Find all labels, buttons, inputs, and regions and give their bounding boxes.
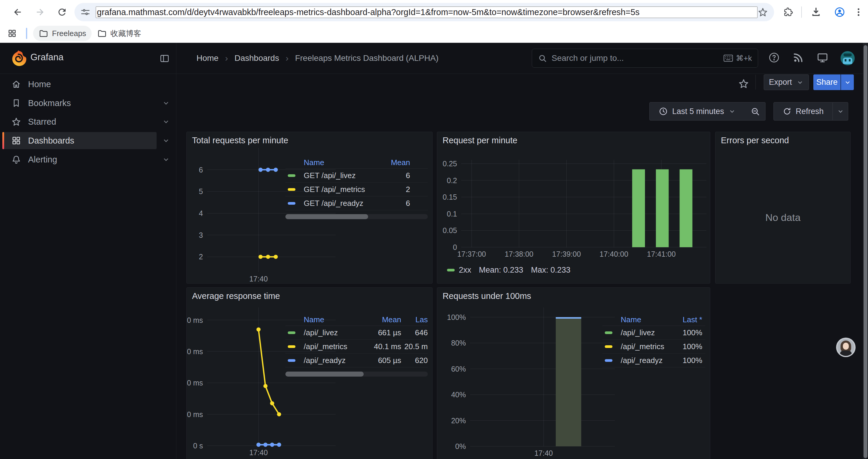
legend-value: 100%: [667, 342, 702, 351]
url-input[interactable]: [96, 6, 757, 18]
legend-row[interactable]: /api/_metrics40.1 ms20.5 m: [285, 340, 428, 354]
star-icon: [738, 78, 749, 89]
chevron-down-icon[interactable]: [162, 136, 170, 145]
time-range-picker[interactable]: Last 5 minutes: [649, 102, 745, 121]
apps-grid-button[interactable]: [4, 25, 20, 41]
back-button[interactable]: [9, 3, 27, 21]
legend-header: NameLast *: [602, 314, 705, 326]
bookmarks-separator: [26, 28, 27, 39]
refresh-interval-button[interactable]: [833, 102, 848, 121]
sidebar-item-label: Starred: [28, 117, 56, 127]
news-button[interactable]: [793, 52, 804, 64]
breadcrumb-dashboards[interactable]: Dashboards: [235, 54, 279, 63]
legend-row[interactable]: GET /api/_livez6: [285, 169, 428, 183]
panel-request-per-minute: Request per minute 0.250.20.150.10.05017…: [437, 132, 710, 284]
chevron-down-icon[interactable]: [162, 155, 170, 164]
kebab-menu-icon: [854, 7, 864, 17]
breadcrumb-home[interactable]: Home: [196, 54, 219, 63]
share-label: Share: [816, 78, 838, 87]
share-menu-button[interactable]: [841, 74, 854, 90]
star-dashboard-button[interactable]: [735, 75, 752, 93]
bookmark-folder-freeleaps[interactable]: Freeleaps: [33, 26, 92, 41]
chevron-down-icon[interactable]: [162, 118, 170, 126]
svg-text:17:38:00: 17:38:00: [505, 250, 533, 258]
home-icon: [11, 79, 21, 89]
zoom-out-time-button[interactable]: [745, 102, 766, 121]
legend-table: NameMeanLas/api/_livez661 µs646/api/_met…: [285, 314, 428, 367]
legend-row[interactable]: GET /api/_readyz6: [285, 196, 428, 210]
svg-text:20%: 20%: [451, 417, 466, 425]
legend-column-las[interactable]: Las: [401, 315, 428, 324]
scrollbar-thumb[interactable]: [285, 214, 368, 219]
legend-row[interactable]: /api/_readyz100%: [602, 354, 705, 367]
sidebar-item-bookmarks[interactable]: Bookmarks: [2, 95, 157, 112]
legend-column-name[interactable]: Name: [304, 315, 360, 324]
sidebar-item-dashboards[interactable]: Dashboards: [2, 132, 157, 149]
profile-button[interactable]: [831, 3, 848, 21]
forward-button[interactable]: [31, 3, 49, 21]
sidebar-item-alerting[interactable]: Alerting: [2, 151, 157, 168]
grafana-logo[interactable]: [9, 49, 28, 68]
legend-scrollbar[interactable]: [285, 371, 428, 376]
scrollbar-thumb[interactable]: [864, 45, 867, 458]
reload-button[interactable]: [53, 3, 71, 21]
series-max: Max: 0.233: [531, 266, 570, 275]
legend-column-name[interactable]: Name: [304, 158, 382, 167]
reload-icon: [57, 7, 67, 18]
download-icon: [811, 7, 821, 18]
panel-title[interactable]: Errors per second: [721, 136, 789, 145]
panel-total-requests-per-minute: Total requests per minute 6543217:40 Nam…: [186, 132, 433, 284]
assistant-avatar-widget[interactable]: [836, 338, 856, 357]
export-label: Export: [769, 78, 792, 87]
search-box[interactable]: ⌘+k: [532, 49, 758, 68]
chart-requests-under-100ms: 100%80%60%40%20%0%17:40: [437, 288, 710, 459]
search-shortcut: ⌘+k: [723, 54, 752, 63]
browser-menu-button[interactable]: [850, 3, 867, 21]
url-bar[interactable]: [74, 3, 774, 21]
legend-row[interactable]: /api/_livez661 µs646: [285, 326, 428, 340]
legend-row[interactable]: /api/_readyz605 µs620: [285, 354, 428, 367]
legend-column-name[interactable]: Name: [621, 315, 667, 324]
share-button[interactable]: Share: [813, 74, 840, 90]
sidebar-item-starred[interactable]: Starred: [2, 113, 157, 130]
bookmark-icon: [11, 98, 21, 108]
downloads-button[interactable]: [807, 3, 825, 21]
legend-row[interactable]: /api/_livez100%: [602, 326, 705, 340]
folder-icon: [97, 29, 106, 38]
page-scrollbar[interactable]: [863, 43, 868, 459]
export-button[interactable]: Export: [764, 74, 809, 90]
bookmark-star-icon[interactable]: [757, 7, 768, 18]
chart-request-per-minute: 0.250.20.150.10.05017:37:0017:38:0017:39…: [437, 132, 710, 284]
refresh-button[interactable]: Refresh: [773, 102, 833, 121]
series-color-chip: [605, 331, 613, 334]
legend-value: 661 µs: [360, 328, 401, 337]
series-color-chip: [288, 345, 296, 348]
toolbar-divider: [801, 6, 802, 18]
dock-sidebar-icon[interactable]: [159, 54, 169, 64]
legend-value: 100%: [667, 328, 702, 337]
user-avatar[interactable]: [840, 51, 855, 65]
svg-text:17:41:00: 17:41:00: [647, 250, 676, 258]
legend-row[interactable]: GET /api/_metrics2: [285, 183, 428, 196]
legend-series-2xx[interactable]: 2xx: [447, 266, 471, 275]
chart-legend: 2xx Mean: 0.233 Max: 0.233: [447, 266, 570, 275]
series-color-chip: [288, 202, 296, 205]
search-input[interactable]: [551, 53, 723, 63]
legend-column-mean[interactable]: Mean: [382, 158, 410, 167]
scrollbar-thumb[interactable]: [285, 371, 364, 376]
help-button[interactable]: [768, 52, 780, 64]
legend-row[interactable]: /api/_metrics100%: [602, 340, 705, 354]
extensions-button[interactable]: [779, 3, 797, 21]
legend-series-name: /api/_metrics: [304, 342, 360, 351]
bookmark-folder-blogs[interactable]: 收藏博客: [92, 26, 147, 41]
bell-icon: [11, 155, 21, 165]
no-data-message: No data: [716, 212, 850, 223]
legend-column-mean[interactable]: Mean: [360, 315, 401, 324]
chevron-down-icon[interactable]: [162, 99, 170, 107]
panel-errors-per-second: Errors per second No data: [715, 132, 850, 284]
legend-scrollbar[interactable]: [285, 214, 428, 219]
legend-column-last[interactable]: Last *: [667, 315, 702, 324]
bookmarks-bar: Freeleaps 收藏博客: [0, 24, 868, 43]
display-button[interactable]: [816, 52, 829, 64]
sidebar-item-home[interactable]: Home: [2, 76, 157, 93]
